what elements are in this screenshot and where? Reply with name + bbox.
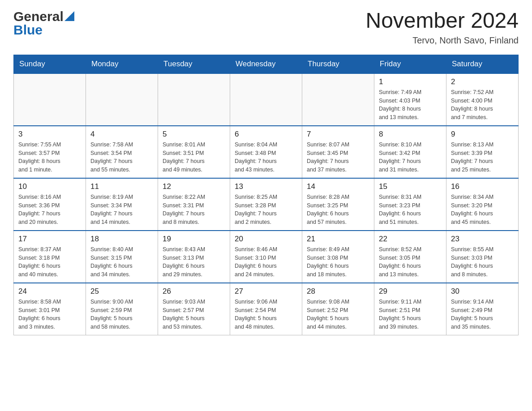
day-info: Sunrise: 9:08 AM Sunset: 2:52 PM Dayligh… <box>307 298 369 331</box>
page-header: General Blue November 2024 Tervo, North … <box>13 9 519 46</box>
week-row-4: 17Sunrise: 8:37 AM Sunset: 3:18 PM Dayli… <box>14 231 519 283</box>
day-info: Sunrise: 8:25 AM Sunset: 3:28 PM Dayligh… <box>235 193 297 227</box>
day-info: Sunrise: 8:55 AM Sunset: 3:03 PM Dayligh… <box>451 245 514 279</box>
day-number: 20 <box>235 235 297 244</box>
day-info: Sunrise: 8:58 AM Sunset: 3:01 PM Dayligh… <box>18 298 81 331</box>
logo-arrow-icon <box>64 11 74 21</box>
calendar-cell: 13Sunrise: 8:25 AM Sunset: 3:28 PM Dayli… <box>230 178 302 231</box>
week-row-5: 24Sunrise: 8:58 AM Sunset: 3:01 PM Dayli… <box>14 283 519 335</box>
calendar-cell: 22Sunrise: 8:52 AM Sunset: 3:05 PM Dayli… <box>374 231 446 283</box>
day-info: Sunrise: 9:06 AM Sunset: 2:54 PM Dayligh… <box>235 298 297 331</box>
day-info: Sunrise: 8:01 AM Sunset: 3:51 PM Dayligh… <box>163 141 225 174</box>
day-info: Sunrise: 9:03 AM Sunset: 2:57 PM Dayligh… <box>163 298 225 331</box>
day-number: 1 <box>379 77 442 86</box>
day-number: 10 <box>18 182 81 191</box>
weekday-header-wednesday: Wednesday <box>230 55 302 73</box>
weekday-header-sunday: Sunday <box>14 55 86 73</box>
week-row-2: 3Sunrise: 7:55 AM Sunset: 3:57 PM Daylig… <box>14 126 519 178</box>
day-info: Sunrise: 8:43 AM Sunset: 3:13 PM Dayligh… <box>163 245 225 279</box>
day-number: 5 <box>163 130 225 139</box>
day-number: 14 <box>307 182 369 191</box>
day-info: Sunrise: 8:46 AM Sunset: 3:10 PM Dayligh… <box>235 245 297 279</box>
day-info: Sunrise: 9:11 AM Sunset: 2:51 PM Dayligh… <box>379 298 442 331</box>
day-info: Sunrise: 8:49 AM Sunset: 3:08 PM Dayligh… <box>307 245 369 279</box>
day-info: Sunrise: 8:13 AM Sunset: 3:39 PM Dayligh… <box>451 141 514 174</box>
day-info: Sunrise: 8:10 AM Sunset: 3:42 PM Dayligh… <box>379 141 442 174</box>
calendar-cell <box>230 73 302 126</box>
day-number: 7 <box>307 130 369 139</box>
calendar-cell: 26Sunrise: 9:03 AM Sunset: 2:57 PM Dayli… <box>158 283 230 335</box>
day-info: Sunrise: 8:40 AM Sunset: 3:15 PM Dayligh… <box>90 245 153 279</box>
calendar-cell: 16Sunrise: 8:34 AM Sunset: 3:20 PM Dayli… <box>446 178 519 231</box>
weekday-header-friday: Friday <box>374 55 446 73</box>
weekday-header-row: SundayMondayTuesdayWednesdayThursdayFrid… <box>14 55 519 73</box>
calendar-cell <box>86 73 158 126</box>
day-number: 6 <box>235 130 297 139</box>
day-number: 29 <box>379 287 442 296</box>
day-info: Sunrise: 9:00 AM Sunset: 2:59 PM Dayligh… <box>90 298 153 331</box>
calendar-cell: 18Sunrise: 8:40 AM Sunset: 3:15 PM Dayli… <box>86 231 158 283</box>
calendar-cell: 20Sunrise: 8:46 AM Sunset: 3:10 PM Dayli… <box>230 231 302 283</box>
day-number: 24 <box>18 287 81 296</box>
day-info: Sunrise: 8:04 AM Sunset: 3:48 PM Dayligh… <box>235 141 297 174</box>
day-number: 13 <box>235 182 297 191</box>
day-number: 19 <box>163 235 225 244</box>
calendar-cell: 15Sunrise: 8:31 AM Sunset: 3:23 PM Dayli… <box>374 178 446 231</box>
calendar-subtitle: Tervo, North Savo, Finland <box>365 35 519 46</box>
calendar-cell: 12Sunrise: 8:22 AM Sunset: 3:31 PM Dayli… <box>158 178 230 231</box>
day-info: Sunrise: 8:28 AM Sunset: 3:25 PM Dayligh… <box>307 193 369 227</box>
calendar-cell: 21Sunrise: 8:49 AM Sunset: 3:08 PM Dayli… <box>302 231 374 283</box>
day-info: Sunrise: 7:49 AM Sunset: 4:03 PM Dayligh… <box>379 88 442 122</box>
calendar-cell: 7Sunrise: 8:07 AM Sunset: 3:45 PM Daylig… <box>302 126 374 178</box>
calendar-cell: 30Sunrise: 9:14 AM Sunset: 2:49 PM Dayli… <box>446 283 519 335</box>
weekday-header-tuesday: Tuesday <box>158 55 230 73</box>
calendar-table: SundayMondayTuesdayWednesdayThursdayFrid… <box>13 55 519 335</box>
day-number: 21 <box>307 235 369 244</box>
day-number: 15 <box>379 182 442 191</box>
day-number: 4 <box>90 130 153 139</box>
day-number: 25 <box>90 287 153 296</box>
day-number: 17 <box>18 235 81 244</box>
calendar-cell: 27Sunrise: 9:06 AM Sunset: 2:54 PM Dayli… <box>230 283 302 335</box>
day-number: 9 <box>451 130 514 139</box>
logo-text: General Blue <box>13 9 74 38</box>
weekday-header-monday: Monday <box>86 55 158 73</box>
calendar-cell: 9Sunrise: 8:13 AM Sunset: 3:39 PM Daylig… <box>446 126 519 178</box>
calendar-cell: 28Sunrise: 9:08 AM Sunset: 2:52 PM Dayli… <box>302 283 374 335</box>
calendar-cell: 25Sunrise: 9:00 AM Sunset: 2:59 PM Dayli… <box>86 283 158 335</box>
day-number: 11 <box>90 182 153 191</box>
svg-marker-0 <box>64 11 74 21</box>
calendar-cell <box>302 73 374 126</box>
day-info: Sunrise: 7:58 AM Sunset: 3:54 PM Dayligh… <box>90 141 153 174</box>
week-row-1: 1Sunrise: 7:49 AM Sunset: 4:03 PM Daylig… <box>14 73 519 126</box>
day-number: 28 <box>307 287 369 296</box>
calendar-cell <box>14 73 86 126</box>
calendar-cell: 6Sunrise: 8:04 AM Sunset: 3:48 PM Daylig… <box>230 126 302 178</box>
calendar-cell: 4Sunrise: 7:58 AM Sunset: 3:54 PM Daylig… <box>86 126 158 178</box>
day-info: Sunrise: 7:52 AM Sunset: 4:00 PM Dayligh… <box>451 88 514 122</box>
calendar-cell: 17Sunrise: 8:37 AM Sunset: 3:18 PM Dayli… <box>14 231 86 283</box>
calendar-cell: 3Sunrise: 7:55 AM Sunset: 3:57 PM Daylig… <box>14 126 86 178</box>
calendar-cell: 19Sunrise: 8:43 AM Sunset: 3:13 PM Dayli… <box>158 231 230 283</box>
day-info: Sunrise: 8:16 AM Sunset: 3:36 PM Dayligh… <box>18 193 81 227</box>
day-info: Sunrise: 8:34 AM Sunset: 3:20 PM Dayligh… <box>451 193 514 227</box>
calendar-cell: 5Sunrise: 8:01 AM Sunset: 3:51 PM Daylig… <box>158 126 230 178</box>
title-section: November 2024 Tervo, North Savo, Finland <box>365 9 519 46</box>
day-number: 16 <box>451 182 514 191</box>
day-number: 8 <box>379 130 442 139</box>
calendar-cell: 29Sunrise: 9:11 AM Sunset: 2:51 PM Dayli… <box>374 283 446 335</box>
calendar-cell: 2Sunrise: 7:52 AM Sunset: 4:00 PM Daylig… <box>446 73 519 126</box>
day-info: Sunrise: 9:14 AM Sunset: 2:49 PM Dayligh… <box>451 298 514 331</box>
day-number: 30 <box>451 287 514 296</box>
day-info: Sunrise: 8:52 AM Sunset: 3:05 PM Dayligh… <box>379 245 442 279</box>
logo: General Blue <box>13 9 74 38</box>
calendar-cell: 10Sunrise: 8:16 AM Sunset: 3:36 PM Dayli… <box>14 178 86 231</box>
day-number: 27 <box>235 287 297 296</box>
logo-blue: Blue <box>13 22 74 38</box>
day-number: 22 <box>379 235 442 244</box>
calendar-cell: 23Sunrise: 8:55 AM Sunset: 3:03 PM Dayli… <box>446 231 519 283</box>
calendar-cell: 8Sunrise: 8:10 AM Sunset: 3:42 PM Daylig… <box>374 126 446 178</box>
day-info: Sunrise: 8:19 AM Sunset: 3:34 PM Dayligh… <box>90 193 153 227</box>
weekday-header-thursday: Thursday <box>302 55 374 73</box>
calendar-cell: 24Sunrise: 8:58 AM Sunset: 3:01 PM Dayli… <box>14 283 86 335</box>
